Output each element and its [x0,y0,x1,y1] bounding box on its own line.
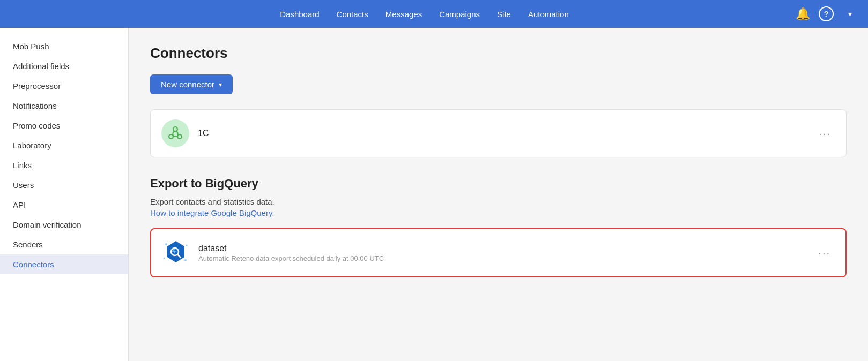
svg-point-5 [164,258,165,259]
account-chevron-icon[interactable]: ▾ [842,6,857,21]
nav-site[interactable]: Site [497,10,511,19]
bigquery-section-title: Export to BigQuery [150,177,847,191]
page-title: Connectors [150,45,847,62]
layout: Mob Push Additional fields Preprocessor … [0,28,868,361]
svg-point-4 [186,245,188,246]
sidebar-item-promo-codes[interactable]: Promo codes [0,116,128,136]
main-content: Connectors New connector ▾ 1C · [129,28,868,361]
connector-card-dataset: dataset Automatic Reteno data export sch… [150,228,847,277]
new-connector-chevron-icon: ▾ [219,81,222,88]
svg-point-2 [173,127,177,131]
connector-icon-1c [161,119,189,147]
connector-card-1c: 1C ··· [150,109,847,157]
nav-contacts[interactable]: Contacts [337,10,368,19]
sidebar-item-domain-verification[interactable]: Domain verification [0,215,128,235]
nav-links: Dashboard Contacts Messages Campaigns Si… [54,10,795,19]
sidebar-item-api[interactable]: API [0,195,128,215]
sidebar-item-users[interactable]: Users [0,175,128,195]
svg-marker-7 [167,241,184,262]
nav-campaigns[interactable]: Campaigns [439,10,480,19]
bigquery-desc: Export contacts and statistics data. [150,197,847,206]
sidebar: Mob Push Additional fields Preprocessor … [0,28,129,361]
sidebar-item-senders[interactable]: Senders [0,235,128,254]
bigquery-icon-wrap [162,239,190,267]
new-connector-label: New connector [161,80,214,89]
webhook-svg-icon [166,124,185,143]
sidebar-item-connectors[interactable]: Connectors [0,254,128,274]
connector-info-1c: 1C [198,129,806,138]
bigquery-icon-svg [162,239,190,267]
svg-point-3 [165,243,167,245]
connector-desc-dataset: Automatic Reteno data export scheduled d… [198,254,805,262]
nav-dashboard[interactable]: Dashboard [280,10,319,19]
nav-icons: 🔔 ? ▾ [795,6,857,21]
bell-icon[interactable]: 🔔 [795,6,810,21]
svg-point-6 [184,259,187,261]
connector-name-dataset: dataset [198,244,805,253]
sidebar-item-laboratory[interactable]: Laboratory [0,136,128,155]
connector-menu-dataset[interactable]: ··· [814,245,835,261]
sidebar-item-additional-fields[interactable]: Additional fields [0,56,128,76]
top-nav: Dashboard Contacts Messages Campaigns Si… [0,0,868,28]
nav-automation[interactable]: Automation [528,10,569,19]
new-connector-button[interactable]: New connector ▾ [150,74,233,94]
sidebar-item-preprocessor[interactable]: Preprocessor [0,76,128,96]
sidebar-item-mob-push[interactable]: Mob Push [0,36,128,56]
connector-menu-1c[interactable]: ··· [814,125,835,142]
connector-name-1c: 1C [198,129,806,138]
bigquery-link[interactable]: How to integrate Google BigQuery. [150,208,275,217]
sidebar-item-notifications[interactable]: Notifications [0,96,128,116]
sidebar-item-links[interactable]: Links [0,155,128,175]
connector-info-dataset: dataset Automatic Reteno data export sch… [198,244,805,262]
nav-messages[interactable]: Messages [385,10,422,19]
help-icon[interactable]: ? [819,6,834,21]
